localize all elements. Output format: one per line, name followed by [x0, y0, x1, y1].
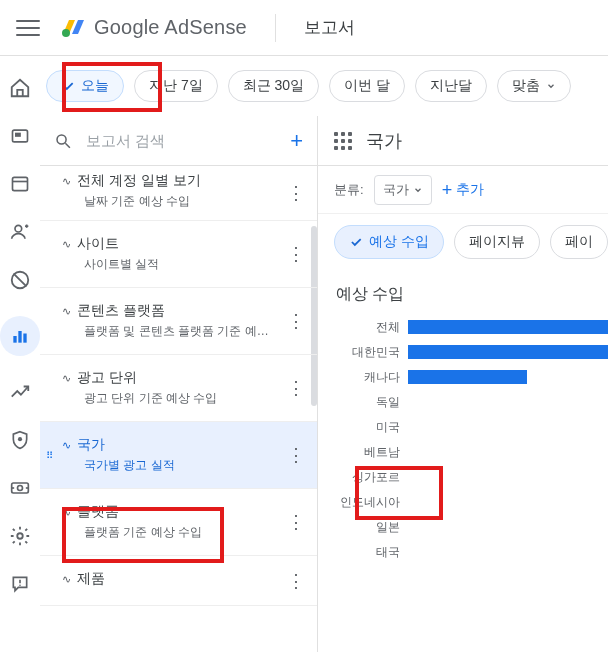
bar-label: 일본 [338, 519, 408, 536]
bar-track [408, 343, 608, 361]
bar-row: 전체 [338, 315, 608, 339]
more-button[interactable]: ⋮ [287, 312, 305, 330]
report-item-title: 국가 [77, 436, 105, 454]
adsense-logo-icon [60, 16, 94, 40]
bar [408, 320, 608, 334]
more-button[interactable]: ⋮ [287, 379, 305, 397]
bar-chart: 전체대한민국캐나다독일미국베트남싱가포르인도네시아일본태국 [318, 311, 608, 565]
report-item[interactable]: ∿제품⋮ [40, 556, 317, 606]
report-item[interactable]: ∿광고 단위광고 단위 기준 예상 수입⋮ [40, 355, 317, 422]
report-item[interactable]: ∿플랫폼플랫폼 기준 예상 수입⋮ [40, 489, 317, 556]
report-item-title: 광고 단위 [77, 369, 137, 387]
svg-point-13 [18, 437, 22, 441]
bar-row: 인도네시아 [338, 490, 608, 514]
detail-title: 국가 [366, 129, 402, 153]
home-icon[interactable] [8, 76, 32, 100]
optimize-icon[interactable] [8, 380, 32, 404]
chip-last-month[interactable]: 지난달 [415, 70, 487, 102]
search-input[interactable] [86, 132, 276, 149]
bar-label: 미국 [338, 419, 408, 436]
bar-label: 태국 [338, 544, 408, 561]
bar-row: 독일 [338, 390, 608, 414]
settings-icon[interactable] [8, 524, 32, 548]
bar-track [408, 468, 608, 486]
svg-point-18 [17, 533, 23, 539]
more-button[interactable]: ⋮ [287, 513, 305, 531]
block-icon[interactable] [8, 268, 32, 292]
new-report-button[interactable]: + [290, 128, 303, 154]
chip-this-month[interactable]: 이번 달 [329, 70, 405, 102]
bar-track [408, 443, 608, 461]
menu-button[interactable] [16, 16, 40, 40]
report-list: ∿전체 계정 일별 보기날짜 기준 예상 수입⋮∿사이트사이트별 실적⋮∿콘텐츠… [40, 166, 317, 606]
main-area: 오늘 지난 7일 최근 30일 이번 달 지난달 맞춤 + ∿전 [40, 56, 608, 652]
svg-rect-2 [15, 133, 21, 137]
page-title: 보고서 [304, 16, 355, 39]
bar-row: 캐나다 [338, 365, 608, 389]
metric-chips: 예상 수입 페이지뷰 페이 [318, 214, 608, 270]
metric-chip-pagerpm[interactable]: 페이 [550, 225, 608, 259]
svg-rect-12 [23, 334, 26, 343]
breakdown-row: 분류: 국가 + 추가 [318, 166, 608, 214]
bar-track [408, 493, 608, 511]
bar [408, 370, 527, 384]
bar-row: 일본 [338, 515, 608, 539]
report-item-title: 전체 계정 일별 보기 [77, 172, 201, 190]
plus-icon: + [442, 181, 453, 199]
more-button[interactable]: ⋮ [287, 572, 305, 590]
add-breakdown-button[interactable]: + 추가 [442, 181, 485, 199]
report-item[interactable]: ∿콘텐츠 플랫폼플랫폼 및 콘텐츠 플랫폼 기준 예…⋮ [40, 288, 317, 355]
mini-sidebar [0, 56, 40, 652]
date-range-chips: 오늘 지난 7일 최근 30일 이번 달 지난달 맞춤 [40, 56, 608, 116]
svg-line-9 [14, 274, 27, 287]
bar-track [408, 543, 608, 561]
more-button[interactable]: ⋮ [287, 245, 305, 263]
breakdown-dropdown[interactable]: 국가 [374, 175, 432, 205]
privacy-icon[interactable] [8, 428, 32, 452]
bar-track [408, 318, 608, 336]
more-button[interactable]: ⋮ [287, 184, 305, 202]
bar-row: 미국 [338, 415, 608, 439]
bar-label: 인도네시아 [338, 494, 408, 511]
spark-icon: ∿ [62, 439, 71, 452]
report-item-subtitle: 플랫폼 기준 예상 수입 [62, 524, 303, 541]
columns: + ∿전체 계정 일별 보기날짜 기준 예상 수입⋮∿사이트사이트별 실적⋮∿콘… [40, 116, 608, 652]
spark-icon: ∿ [62, 506, 71, 519]
payments-icon[interactable] [8, 476, 32, 500]
more-button[interactable]: ⋮ [287, 446, 305, 464]
chip-today[interactable]: 오늘 [46, 70, 124, 102]
content-area: 오늘 지난 7일 최근 30일 이번 달 지난달 맞춤 + ∿전 [0, 56, 608, 652]
bar-label: 대한민국 [338, 344, 408, 361]
chevron-down-icon [546, 81, 556, 91]
reports-panel: + ∿전체 계정 일별 보기날짜 기준 예상 수입⋮∿사이트사이트별 실적⋮∿콘… [40, 116, 318, 652]
feedback-icon[interactable] [8, 572, 32, 596]
breakdown-label: 분류: [334, 181, 364, 199]
detail-panel: 국가 분류: 국가 + 추가 예상 수입 [318, 116, 608, 652]
chip-last7[interactable]: 지난 7일 [134, 70, 218, 102]
metric-chip-pageviews[interactable]: 페이지뷰 [454, 225, 540, 259]
sites-icon[interactable] [8, 172, 32, 196]
report-list-scroll: ∿전체 계정 일별 보기날짜 기준 예상 수입⋮∿사이트사이트별 실적⋮∿콘텐츠… [40, 166, 317, 652]
bar-label: 독일 [338, 394, 408, 411]
reports-nav-active[interactable] [0, 316, 40, 356]
chip-last30[interactable]: 최근 30일 [228, 70, 319, 102]
report-item[interactable]: ⠿∿국가국가별 광고 실적⋮ [40, 422, 317, 489]
report-item[interactable]: ∿사이트사이트별 실적⋮ [40, 221, 317, 288]
brand-google: Google [94, 16, 160, 38]
chip-custom[interactable]: 맞춤 [497, 70, 571, 102]
report-item[interactable]: ∿전체 계정 일별 보기날짜 기준 예상 수입⋮ [40, 166, 317, 221]
svg-rect-10 [13, 336, 16, 343]
account-icon[interactable] [8, 220, 32, 244]
bar-row: 대한민국 [338, 340, 608, 364]
drag-handle-icon[interactable]: ⠿ [46, 450, 52, 461]
check-icon [61, 79, 75, 93]
spark-icon: ∿ [62, 175, 71, 188]
apps-icon[interactable] [334, 132, 352, 150]
report-item-subtitle: 날짜 기준 예상 수입 [62, 193, 303, 210]
metric-chip-earnings[interactable]: 예상 수입 [334, 225, 444, 259]
report-item-subtitle: 광고 단위 기준 예상 수입 [62, 390, 303, 407]
ads-icon[interactable] [8, 124, 32, 148]
brand-adsense: AdSense [160, 16, 247, 38]
bar-label: 캐나다 [338, 369, 408, 386]
bar-label: 싱가포르 [338, 469, 408, 486]
